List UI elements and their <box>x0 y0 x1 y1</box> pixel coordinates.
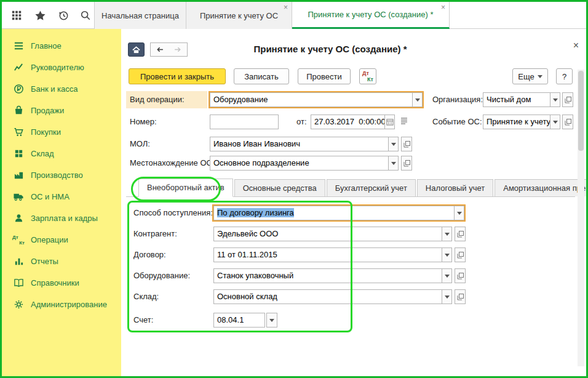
history-icon[interactable] <box>56 8 71 23</box>
warehouse-open-button[interactable] <box>455 289 466 304</box>
equipment-combo[interactable]: Станок упаковочный <box>213 268 452 283</box>
receipt-method-combo[interactable]: По договору лизинга <box>213 206 464 220</box>
more-button[interactable]: Еще <box>512 68 548 84</box>
account-label: Счет: <box>133 313 153 328</box>
sidebar-label: Руководителю <box>31 63 84 72</box>
sidebar-item-manager[interactable]: Руководителю <box>2 57 121 78</box>
tab-close-icon[interactable]: × <box>441 4 445 11</box>
os-event-open-button[interactable] <box>562 115 573 129</box>
window-tabs: Начальная страница Принятие к учету ОС ×… <box>94 2 450 28</box>
counterparty-value: Эдельвейс ООО <box>213 227 442 241</box>
list-icon[interactable] <box>399 116 409 127</box>
truck-icon <box>12 191 25 203</box>
kt-label: Кт <box>367 76 373 82</box>
organization-open-button[interactable] <box>562 92 573 107</box>
tab-close-icon[interactable]: × <box>284 4 288 11</box>
contract-open-button[interactable] <box>455 247 466 262</box>
tab-noncurrent-asset[interactable]: Внеоборотный актив <box>138 179 233 197</box>
dropdown-button[interactable] <box>454 206 464 220</box>
sidebar-item-production[interactable]: Производство <box>2 164 121 186</box>
tab-tax-accounting[interactable]: Налоговый учет <box>417 179 493 196</box>
open-icon <box>457 294 464 300</box>
mol-open-button[interactable] <box>401 137 412 151</box>
search-icon[interactable] <box>78 8 93 23</box>
dropdown-button[interactable] <box>442 227 452 241</box>
tab-label: Принятие к учету ОС (создание) * <box>308 10 433 19</box>
chevron-down-icon <box>445 254 450 257</box>
os-event-value: Принятие к учету <box>483 115 550 129</box>
counterparty-open-button[interactable] <box>455 227 466 241</box>
help-button[interactable]: ? <box>556 68 573 84</box>
open-icon <box>457 273 464 279</box>
dt-label: Дт <box>362 70 369 76</box>
account-input[interactable]: 08.04.1 <box>213 313 265 328</box>
sidebar-item-sales[interactable]: Продажи <box>2 100 121 121</box>
vertical-scrollbar[interactable] <box>578 70 584 366</box>
dropdown-button[interactable] <box>550 92 560 107</box>
ruble-icon <box>12 83 25 95</box>
form-tabstrip: Внеоборотный актив Основные средства Бух… <box>126 179 575 197</box>
sidebar-item-purchases[interactable]: Покупки <box>2 121 121 143</box>
date-label: от: <box>296 115 307 129</box>
tab-os-acceptance[interactable]: Принятие к учету ОС × <box>186 2 292 29</box>
line-chart-icon <box>12 62 25 74</box>
close-form-icon[interactable]: × <box>573 40 579 51</box>
sidebar-item-reports[interactable]: Отчеты <box>2 251 121 272</box>
tab-os-acceptance-new[interactable]: Принятие к учету ОС (создание) * × <box>292 2 450 29</box>
dropdown-button[interactable] <box>412 92 423 107</box>
contract-combo[interactable]: 11 от 01.11.2015 <box>213 247 452 262</box>
operation-type-combo[interactable]: Оборудование <box>210 92 423 107</box>
tab-accounting[interactable]: Бухгалтерский учет <box>327 179 416 196</box>
home-button[interactable] <box>128 42 145 57</box>
chevron-down-icon <box>553 99 558 102</box>
scrollbar-thumb[interactable] <box>578 71 584 151</box>
warehouse-label: Склад: <box>133 289 159 304</box>
dropdown-button[interactable] <box>442 289 452 304</box>
sidebar-label: Главное <box>31 41 62 50</box>
warehouse-combo[interactable]: Основной склад <box>213 289 452 304</box>
home-icon <box>132 46 141 54</box>
sidebar-item-salary-hr[interactable]: Зарплата и кадры <box>2 207 121 229</box>
sidebar-item-directories[interactable]: Справочники <box>2 272 121 294</box>
dropdown-button[interactable] <box>388 137 399 151</box>
tab-fixed-assets[interactable]: Основные средства <box>234 179 325 196</box>
dtkt-postings-button[interactable]: Дт Кт <box>359 68 376 84</box>
account-dropdown-button[interactable] <box>266 313 277 328</box>
os-location-combo[interactable]: Основное подразделение <box>210 156 399 171</box>
chevron-down-icon <box>415 99 420 102</box>
write-button[interactable]: Записать <box>234 68 289 84</box>
equipment-open-button[interactable] <box>455 268 466 283</box>
sidebar-label: Операции <box>31 235 68 244</box>
tab-depreciation-bonus[interactable]: Амортизационная премия <box>495 179 588 196</box>
tab-home[interactable]: Начальная страница <box>94 2 186 29</box>
contract-label: Договор: <box>133 247 166 262</box>
sidebar-item-os-nma[interactable]: ОС и НМА <box>2 186 121 207</box>
sidebar-item-operations[interactable]: ДтКт Операции <box>2 229 121 251</box>
mol-combo[interactable]: Иванов Иван Иванович <box>210 137 399 151</box>
menu-icon <box>12 40 25 52</box>
section-sidebar: Главное Руководителю Банк и касса Продаж… <box>2 29 121 376</box>
organization-combo[interactable]: Чистый дом <box>483 92 560 107</box>
dropdown-button[interactable] <box>550 115 560 129</box>
dropdown-button[interactable] <box>442 247 452 262</box>
sidebar-item-bank-cash[interactable]: Банк и касса <box>2 78 121 100</box>
favorites-star-icon[interactable] <box>33 8 47 23</box>
all-sections-icon[interactable] <box>9 8 24 23</box>
dropdown-button[interactable] <box>388 156 399 171</box>
os-event-combo[interactable]: Принятие к учету <box>483 115 560 129</box>
calendar-button[interactable] <box>384 115 395 129</box>
counterparty-combo[interactable]: Эдельвейс ООО <box>213 227 452 241</box>
sidebar-item-administration[interactable]: Администрирование <box>2 294 121 315</box>
os-location-open-button[interactable] <box>401 156 412 171</box>
number-input[interactable] <box>210 115 279 129</box>
post-button[interactable]: Провести <box>298 68 351 84</box>
sidebar-label: Справочники <box>31 278 79 288</box>
sidebar-item-main[interactable]: Главное <box>2 35 121 57</box>
post-and-close-button[interactable]: Провести и закрыть <box>129 68 226 84</box>
sidebar-item-warehouse[interactable]: Склад <box>2 143 121 164</box>
date-input[interactable]: 27.03.2017 0:00:00 <box>311 115 395 129</box>
dropdown-button[interactable] <box>442 268 452 283</box>
equipment-value: Станок упаковочный <box>213 268 442 283</box>
mol-label: МОЛ: <box>130 137 150 151</box>
gear-icon <box>12 299 25 311</box>
